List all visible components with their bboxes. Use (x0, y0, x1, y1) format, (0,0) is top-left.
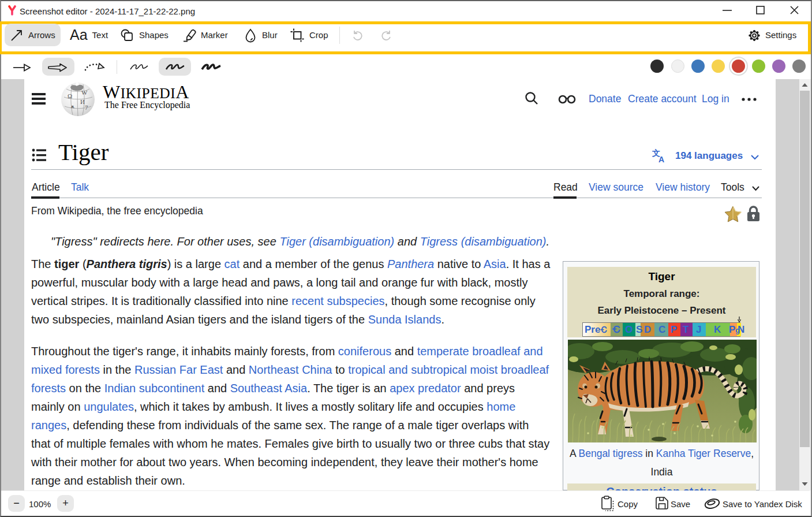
svg-text:И: И (80, 98, 85, 105)
svg-text:A: A (658, 155, 664, 163)
svg-text:Ω: Ω (68, 92, 72, 99)
svg-text:7: 7 (85, 104, 88, 111)
svg-text:W: W (81, 89, 88, 96)
svg-text:ﻌ: ﻌ (70, 102, 74, 109)
